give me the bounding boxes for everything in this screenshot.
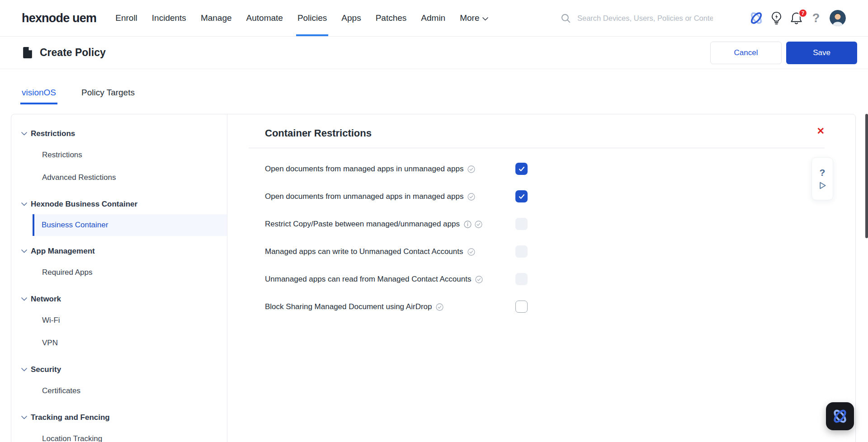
hexnode-care-icon[interactable]	[748, 10, 764, 26]
save-button[interactable]: Save	[786, 42, 857, 64]
sidebar-item-restrictions[interactable]: Restrictions	[11, 144, 227, 166]
checkbox-block-sharing-managed-document-using-airdrop[interactable]	[515, 301, 528, 313]
sidebar-group-header-network[interactable]: Network	[11, 289, 227, 309]
setting-label: Restrict Copy/Paste between managed/unma…	[265, 220, 460, 229]
video-tutorial-icon[interactable]	[819, 181, 826, 190]
sidebar-group-label: Security	[31, 365, 61, 374]
setting-row-open-documents-from-managed-apps-in-unmanaged-apps: Open documents from managed apps in unma…	[265, 161, 825, 177]
sidebar-item-label: Wi-Fi	[42, 316, 60, 325]
info-icon[interactable]	[464, 221, 472, 228]
nav-item-label: Enroll	[115, 13, 137, 23]
main-nav: EnrollIncidentsManageAutomatePoliciesApp…	[108, 0, 495, 36]
policy-document-icon	[23, 47, 33, 59]
page-title: Create Policy	[40, 47, 106, 59]
policy-editor-panel: RestrictionsRestrictionsAdvanced Restict…	[11, 114, 856, 442]
notifications-bell-icon[interactable]: 7	[788, 10, 804, 26]
search-icon	[561, 14, 571, 23]
checkbox-restrict-copy-paste-between-managed-unmanaged-apps[interactable]	[515, 218, 528, 230]
sidebar-group-network: NetworkWi-FiVPN	[11, 289, 227, 354]
sidebar-group-header-restrictions[interactable]: Restrictions	[11, 124, 227, 144]
nav-item-manage[interactable]: Manage	[199, 0, 233, 36]
sidebar-group-header-app-management[interactable]: App Management	[11, 241, 227, 261]
nav-item-label: Manage	[201, 13, 232, 23]
sidebar-item-label: Location Tracking	[42, 434, 102, 442]
nav-item-incidents[interactable]: Incidents	[151, 0, 188, 36]
container-restrictions-section: Container Restrictions ✕ Open documents …	[227, 114, 855, 442]
sidebar-group-header-hexnode-business-container[interactable]: Hexnode Business Container	[11, 194, 227, 214]
nav-item-patches[interactable]: Patches	[374, 0, 408, 36]
nav-item-label: Policies	[297, 13, 327, 23]
create-policy-action-bar: Create Policy Cancel Save	[0, 37, 868, 69]
sidebar-group-security: SecurityCertificates	[11, 360, 227, 402]
cancel-button[interactable]: Cancel	[710, 42, 782, 64]
nav-item-admin[interactable]: Admin	[420, 0, 447, 36]
setting-label: Open documents from unmanaged apps in ma…	[265, 192, 463, 201]
setting-label-icons	[475, 276, 483, 283]
sidebar-group-tracking-and-fencing: Tracking and FencingLocation Tracking	[11, 408, 227, 442]
sidebar-item-label: Restrictions	[42, 150, 82, 160]
sidebar-group-label: Tracking and Fencing	[31, 413, 110, 422]
nav-item-automate[interactable]: Automate	[245, 0, 284, 36]
sidebar-group-header-tracking-and-fencing[interactable]: Tracking and Fencing	[11, 408, 227, 428]
remove-section-icon[interactable]: ✕	[816, 126, 825, 136]
setting-label-icons	[464, 221, 482, 228]
setting-row-unmanaged-apps-can-read-from-managed-contact-accounts: Unmanaged apps can read from Managed Con…	[265, 271, 825, 287]
sidebar-item-required-apps[interactable]: Required Apps	[11, 261, 227, 284]
policy-sidebar: RestrictionsRestrictionsAdvanced Restict…	[11, 114, 227, 442]
section-title: Container Restrictions	[265, 126, 372, 141]
sidebar-group-label: Restrictions	[31, 129, 75, 138]
nav-item-policies[interactable]: Policies	[296, 0, 328, 36]
setting-row-open-documents-from-unmanaged-apps-in-managed-apps: Open documents from unmanaged apps in ma…	[265, 188, 825, 205]
nav-item-label: Admin	[421, 13, 445, 23]
help-widget: ?	[811, 157, 833, 200]
hexnode-chat-widget-button[interactable]	[826, 402, 854, 430]
sidebar-item-certificates[interactable]: Certificates	[11, 380, 227, 402]
checkbox-open-documents-from-managed-apps-in-unmanaged-apps[interactable]	[515, 163, 528, 175]
sidebar-item-label: Certificates	[42, 386, 80, 395]
chevron-down-icon	[21, 368, 27, 371]
hexnode-uem-app: hexnode uem EnrollIncidentsManageAutomat…	[0, 0, 868, 442]
sidebar-group-label: Hexnode Business Container	[31, 200, 137, 209]
checkbox-unmanaged-apps-can-read-from-managed-contact-accounts[interactable]	[515, 273, 528, 285]
topbar-right: 7 ?	[561, 10, 868, 26]
sidebar-item-business-container[interactable]: Business Container	[33, 214, 227, 236]
nav-item-enroll[interactable]: Enroll	[114, 0, 139, 36]
chevron-down-icon	[21, 202, 27, 206]
whats-new-bulb-icon[interactable]	[768, 10, 784, 26]
sidebar-item-wi-fi[interactable]: Wi-Fi	[11, 309, 227, 332]
nav-item-more[interactable]: More	[458, 0, 490, 36]
section-help-icon[interactable]: ?	[820, 168, 826, 177]
help-glyph: ?	[812, 11, 820, 25]
user-avatar[interactable]	[830, 10, 846, 26]
setting-label: Unmanaged apps can read from Managed Con…	[265, 275, 471, 284]
setting-label: Open documents from managed apps in unma…	[265, 165, 463, 174]
help-icon[interactable]: ?	[808, 10, 824, 26]
hexnode-uem-logo[interactable]: hexnode uem	[22, 11, 96, 25]
chevron-down-icon	[482, 17, 488, 21]
setting-row-managed-apps-can-write-to-unmanaged-contact-accounts: Managed apps can write to Unmanaged Cont…	[265, 244, 825, 260]
top-navigation-bar: hexnode uem EnrollIncidentsManageAutomat…	[0, 0, 868, 37]
sidebar-item-advanced-restictions[interactable]: Advanced Restictions	[11, 166, 227, 189]
checkbox-managed-apps-can-write-to-unmanaged-contact-accounts[interactable]	[515, 245, 528, 258]
checkbox-open-documents-from-unmanaged-apps-in-managed-apps[interactable]	[515, 190, 528, 202]
tab-visionos[interactable]: visionOS	[20, 88, 57, 104]
notification-count-badge: 7	[798, 9, 807, 18]
sidebar-group-label: App Management	[31, 247, 95, 256]
setting-label: Managed apps can write to Unmanaged Cont…	[265, 247, 463, 256]
sidebar-item-label: VPN	[42, 339, 58, 348]
sidebar-group-label: Network	[31, 295, 61, 304]
settings-rows: Open documents from managed apps in unma…	[265, 161, 825, 315]
configurable-check-icon	[467, 248, 475, 256]
sidebar-item-label: Business Container	[42, 221, 108, 230]
tab-policy-targets[interactable]: Policy Targets	[80, 88, 136, 104]
nav-item-apps[interactable]: Apps	[340, 0, 362, 36]
sidebar-group-header-security[interactable]: Security	[11, 360, 227, 380]
nav-item-label: Incidents	[152, 13, 186, 23]
global-search[interactable]	[561, 14, 718, 23]
search-input[interactable]	[576, 14, 714, 23]
setting-row-block-sharing-managed-document-using-airdrop: Block Sharing Managed Document using Air…	[265, 299, 825, 315]
sidebar-item-location-tracking[interactable]: Location Tracking	[11, 428, 227, 442]
page-scrollbar-thumb[interactable]	[865, 114, 868, 238]
sidebar-item-vpn[interactable]: VPN	[11, 332, 227, 354]
checkmark-icon	[519, 166, 525, 172]
